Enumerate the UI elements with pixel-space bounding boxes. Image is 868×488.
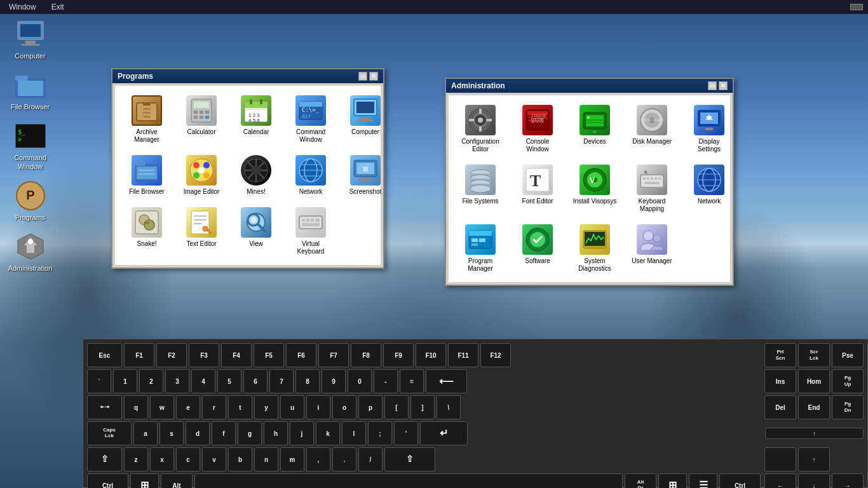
app-mines[interactable]: Mines!: [231, 152, 281, 199]
key-f4[interactable]: F4: [221, 343, 252, 367]
key-tab[interactable]: ⇤⇥: [87, 395, 122, 419]
app-screenshot[interactable]: Screenshot: [340, 152, 391, 199]
app-config-editor[interactable]: Configuration Editor: [455, 102, 506, 156]
app-command-window[interactable]: C:\>_ dir Command Window: [285, 92, 336, 147]
key-f10[interactable]: F10: [416, 343, 446, 367]
key-menu[interactable]: ☰: [689, 473, 717, 488]
key-pgdn[interactable]: PgDn: [832, 395, 864, 419]
key-down-arrow[interactable]: ↓: [798, 473, 830, 488]
key-r[interactable]: r: [202, 395, 226, 419]
key-ctrl-right[interactable]: Ctrl: [719, 473, 761, 488]
key-d[interactable]: d: [186, 421, 210, 445]
key-right-arrow[interactable]: →: [832, 473, 864, 488]
key-delete[interactable]: Del: [764, 395, 796, 419]
key-f8[interactable]: F8: [351, 343, 381, 367]
key-pgup[interactable]: PgUp: [832, 369, 864, 393]
key-f12[interactable]: F12: [480, 343, 511, 367]
key-l[interactable]: l: [342, 421, 366, 445]
key-n[interactable]: n: [254, 447, 278, 471]
key-q[interactable]: q: [124, 395, 148, 419]
key-up-main[interactable]: ↑: [798, 447, 830, 471]
key-alt[interactable]: Alt: [161, 473, 193, 488]
app-file-systems[interactable]: File Systems: [455, 161, 506, 216]
key-enter[interactable]: ↵: [420, 421, 468, 445]
key-prtscn[interactable]: PrtScn: [764, 343, 796, 367]
key-insert[interactable]: Ins: [764, 369, 796, 393]
key-1[interactable]: 1: [113, 369, 137, 393]
key-t[interactable]: t: [228, 395, 252, 419]
key-w[interactable]: w: [150, 395, 174, 419]
key-slash[interactable]: /: [358, 447, 383, 471]
key-end[interactable]: End: [798, 395, 830, 419]
key-m[interactable]: m: [280, 447, 304, 471]
app-software[interactable]: Software: [512, 221, 563, 276]
key-altgr[interactable]: AltGr: [625, 473, 656, 488]
key-h[interactable]: h: [264, 421, 288, 445]
key-i[interactable]: i: [306, 395, 330, 419]
app-console-window[interactable]: ERROR WARN Console Window: [512, 102, 563, 156]
app-system-diagnostics[interactable]: System Diagnostics: [569, 221, 620, 276]
key-quote[interactable]: ': [394, 421, 418, 445]
app-text-editor[interactable]: Text Editor: [176, 204, 227, 259]
key-home[interactable]: Hom: [798, 369, 830, 393]
key-7[interactable]: 7: [269, 369, 294, 393]
app-virtual-keyboard[interactable]: Virtual Keyboard: [285, 204, 336, 259]
programs-restore-btn[interactable]: ▭: [358, 72, 367, 81]
key-e[interactable]: e: [176, 395, 200, 419]
desktop-icon-file-browser[interactable]: File Browser: [6, 70, 54, 111]
key-f6[interactable]: F6: [286, 343, 316, 367]
key-c[interactable]: c: [176, 447, 200, 471]
desktop-icon-command-window[interactable]: $_ > Command Window: [6, 121, 54, 170]
key-backspace[interactable]: ⟵: [426, 369, 467, 393]
desktop-icon-computer[interactable]: Computer: [6, 19, 54, 60]
app-archive-manager[interactable]: Archive Manager: [121, 92, 172, 147]
app-display-settings[interactable]: Display Settings: [684, 102, 735, 156]
desktop-icon-administration[interactable]: Administration: [6, 231, 54, 273]
app-network[interactable]: Network: [285, 152, 336, 199]
key-esc[interactable]: Esc: [87, 343, 122, 367]
key-backtick[interactable]: `: [87, 369, 111, 393]
menu-window[interactable]: Window: [5, 1, 40, 13]
key-z[interactable]: z: [124, 447, 148, 471]
key-g[interactable]: g: [238, 421, 262, 445]
key-5[interactable]: 5: [217, 369, 241, 393]
app-keyboard-mapping[interactable]: à Keyboard Mapping: [627, 161, 677, 216]
key-lbracket[interactable]: [: [384, 395, 409, 419]
app-image-editor[interactable]: Image Editor: [176, 152, 227, 199]
desktop-icon-programs[interactable]: P Programs: [6, 180, 54, 222]
key-u[interactable]: u: [280, 395, 304, 419]
key-3[interactable]: 3: [165, 369, 189, 393]
key-x[interactable]: x: [150, 447, 174, 471]
key-9[interactable]: 9: [322, 369, 346, 393]
key-win-left[interactable]: ⊞: [130, 473, 159, 488]
key-v[interactable]: v: [202, 447, 226, 471]
key-f5[interactable]: F5: [254, 343, 284, 367]
programs-close-btn[interactable]: ✕: [369, 72, 378, 81]
key-minus[interactable]: -: [374, 369, 398, 393]
key-f1[interactable]: F1: [124, 343, 154, 367]
app-calendar[interactable]: 1 2 3 4 5 6 Calendar: [231, 92, 281, 147]
app-devices[interactable]: Devices: [569, 102, 620, 156]
key-o[interactable]: o: [332, 395, 356, 419]
app-program-manager[interactable]: Program Manager: [455, 221, 506, 276]
key-s[interactable]: s: [159, 421, 184, 445]
key-up-arrow2[interactable]: [764, 447, 796, 471]
key-y[interactable]: y: [254, 395, 278, 419]
key-shift-left[interactable]: ⇧: [87, 447, 122, 471]
key-2[interactable]: 2: [139, 369, 163, 393]
key-equals[interactable]: =: [400, 369, 424, 393]
key-space[interactable]: [194, 473, 623, 488]
key-left-arrow[interactable]: ←: [764, 473, 796, 488]
key-f9[interactable]: F9: [383, 343, 414, 367]
app-disk-manager[interactable]: Disk Manager: [627, 102, 677, 156]
app-file-browser[interactable]: File Browser: [121, 152, 172, 199]
app-snake[interactable]: Snake!: [121, 204, 172, 259]
key-pause[interactable]: Pse: [832, 343, 864, 367]
key-f7[interactable]: F7: [318, 343, 349, 367]
key-j[interactable]: j: [290, 421, 314, 445]
key-shift-right[interactable]: ⇧: [384, 447, 435, 471]
key-6[interactable]: 6: [243, 369, 268, 393]
app-network-adm[interactable]: Network: [684, 161, 735, 216]
app-view[interactable]: View: [231, 204, 281, 259]
key-0[interactable]: 0: [348, 369, 372, 393]
